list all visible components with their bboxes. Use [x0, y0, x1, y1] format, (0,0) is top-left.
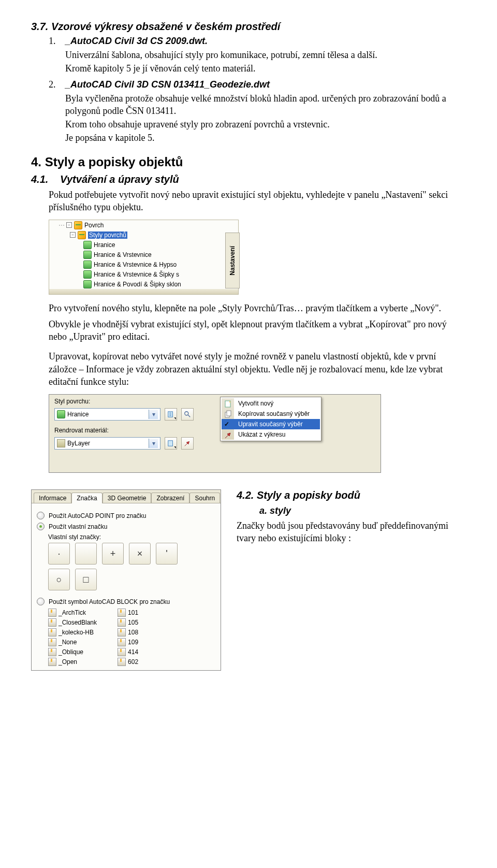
- block-icon: [118, 618, 126, 627]
- svg-line-2: [188, 415, 190, 417]
- render-material-combo[interactable]: ByLayer ▾: [54, 437, 160, 450]
- tab-3d-geometrie[interactable]: 3D Geometrie: [103, 493, 152, 503]
- heading-4-2-a: a. styly: [259, 505, 466, 516]
- tree-item[interactable]: Hranice: [94, 241, 115, 249]
- item2-p2: Krom toho obsahuje upravené styly pro zo…: [65, 118, 466, 131]
- check-icon: ✓: [224, 421, 232, 429]
- tree-item[interactable]: Hranice & Vrstevnice & Hypso: [94, 261, 177, 268]
- new-icon: [224, 400, 232, 408]
- combo-value: ByLayer: [67, 440, 90, 447]
- marker-shape-x[interactable]: ×: [129, 543, 151, 565]
- radio-acad-point[interactable]: [37, 512, 45, 519]
- list-number-2: 2.: [49, 79, 59, 146]
- block-icon: [118, 638, 126, 646]
- custom-style-sublabel: Vlastní styl značky:: [48, 533, 215, 541]
- surface-icon: [74, 221, 82, 229]
- s41-after2: Obvykle je vhodnější vybrat existující s…: [49, 318, 466, 343]
- combo-value: Hranice: [67, 411, 89, 418]
- marker-shape-tick[interactable]: ': [156, 543, 178, 565]
- block-item[interactable]: _ClosedBlank: [48, 618, 97, 627]
- layer-icon: [57, 439, 65, 447]
- heading-4-1-num: 4.1.: [31, 173, 52, 185]
- chevron-down-icon[interactable]: ▾: [149, 410, 158, 419]
- copy-icon: [224, 410, 232, 418]
- settings-side-tab[interactable]: Nastavení: [225, 233, 240, 288]
- block-icon: [48, 618, 56, 627]
- radio-acad-block[interactable]: [37, 598, 45, 605]
- tree-collapse-icon[interactable]: −: [66, 222, 72, 228]
- block-icon: [48, 609, 56, 617]
- tree-root[interactable]: Povrch: [84, 222, 104, 229]
- radio-label: Použít AutoCAD POINT pro značku: [49, 512, 147, 519]
- tree-panel: Nastavení ⋯ − Povrch − Styly povrchů Hra…: [49, 220, 239, 295]
- tab-souhrn[interactable]: Souhrn: [189, 493, 220, 503]
- svg-rect-6: [227, 411, 231, 416]
- menu-edit-current[interactable]: ✓ Upravit současný výběr: [222, 419, 320, 429]
- tab-informace[interactable]: Informace: [34, 493, 71, 503]
- tab-zobrazeni[interactable]: Zobrazení: [151, 493, 189, 503]
- chevron-down-icon: [174, 446, 176, 449]
- block-item[interactable]: _Open: [48, 658, 97, 666]
- block-item[interactable]: 414: [118, 648, 138, 656]
- block-item[interactable]: 109: [118, 638, 138, 646]
- item1-p1: Univerzální šablona, obsahující styly pr…: [65, 49, 466, 61]
- block-item[interactable]: 602: [118, 658, 138, 666]
- marker-frame-circle[interactable]: ○: [48, 569, 70, 590]
- tab-znacka[interactable]: Značka: [71, 493, 102, 503]
- settings-side-tab-label: Nastavení: [229, 246, 236, 276]
- tree-item[interactable]: Hranice & Vrstevnice & Šipky s: [94, 271, 179, 278]
- chevron-down-icon[interactable]: ▾: [149, 439, 158, 448]
- block-item[interactable]: _kolecko-HB: [48, 628, 97, 636]
- tree-collapse-icon[interactable]: −: [70, 232, 76, 238]
- block-item[interactable]: _None: [48, 638, 97, 646]
- radio-label: Použít symbol AutoCAD BLOCK pro značku: [49, 598, 170, 605]
- label-surface-style: Styl povrchu:: [54, 398, 122, 405]
- block-icon: [48, 648, 56, 656]
- marker-shape-none[interactable]: [75, 543, 97, 565]
- marker-shape-plus[interactable]: +: [102, 543, 124, 565]
- menu-copy-current[interactable]: Kopírovat současný výběr: [222, 409, 320, 419]
- block-item[interactable]: _ArchTick: [48, 609, 97, 617]
- property-panel: Styl povrchu: Hranice ▾ Rendrovat materi…: [49, 394, 381, 473]
- block-item[interactable]: 101: [118, 609, 138, 617]
- block-icon: [118, 609, 126, 617]
- block-icon: [118, 648, 126, 656]
- marker-frame-square[interactable]: □: [75, 569, 97, 590]
- heading-4-1: Vytváření a úpravy stylů: [60, 173, 179, 185]
- chevron-down-icon: [174, 417, 176, 419]
- item2-title: _AutoCAD Civil 3D CSN 013411_Geodezie.dw…: [65, 79, 466, 90]
- item2-p3: Je popsána v kapitole 5.: [65, 132, 466, 144]
- tree-item[interactable]: Hranice & Povodí & Šipky sklon: [94, 281, 181, 288]
- svg-rect-3: [168, 441, 173, 446]
- menu-create-new[interactable]: Vytvořit nový: [222, 398, 320, 409]
- s41-p3: Upravovat, kopírovat nebo vytvářet nové …: [49, 350, 466, 388]
- s42-p1: Značky bodů jsou představovány buď předd…: [237, 519, 466, 545]
- svg-point-1: [185, 412, 188, 415]
- surface-style-combo[interactable]: Hranice ▾: [54, 408, 160, 421]
- pick-from-drawing-button[interactable]: [181, 437, 194, 450]
- radio-custom-marker[interactable]: [37, 523, 45, 530]
- block-icon: [48, 628, 56, 636]
- block-item[interactable]: 108: [118, 628, 138, 636]
- item1-p2: Kromě kapitoly 5 je jí věnován celý tent…: [65, 62, 466, 75]
- block-item[interactable]: _Oblique: [48, 648, 97, 656]
- block-icon: [48, 658, 56, 666]
- tree-item[interactable]: Hranice & Vrstevnice: [94, 251, 152, 258]
- menu-pick-from-drawing[interactable]: Ukázat z výkresu: [222, 429, 320, 440]
- style-edit-dropdown-button[interactable]: [165, 408, 177, 421]
- styles-folder-icon: [78, 231, 86, 239]
- material-edit-dropdown-button[interactable]: [165, 437, 177, 450]
- style-icon: [57, 410, 65, 418]
- block-icon: [48, 638, 56, 646]
- tree-group[interactable]: Styly povrchů: [88, 232, 127, 239]
- list-number-1: 1.: [49, 36, 59, 76]
- marker-tab-panel: Informace Značka 3D Geometrie Zobrazení …: [31, 489, 221, 671]
- zoom-extents-button[interactable]: [181, 408, 194, 421]
- style-icon: [83, 280, 92, 288]
- block-item[interactable]: 105: [118, 618, 138, 627]
- style-context-menu: Vytvořit nový Kopírovat současný výběr ✓…: [220, 397, 321, 441]
- marker-shape-dot[interactable]: ·: [48, 543, 70, 565]
- s41-after1: Pro vytvoření nového stylu, klepněte na …: [49, 302, 466, 314]
- radio-label: Použít vlastní značku: [49, 523, 107, 530]
- item1-title: _AutoCAD Civil 3d CS 2009.dwt.: [65, 36, 466, 47]
